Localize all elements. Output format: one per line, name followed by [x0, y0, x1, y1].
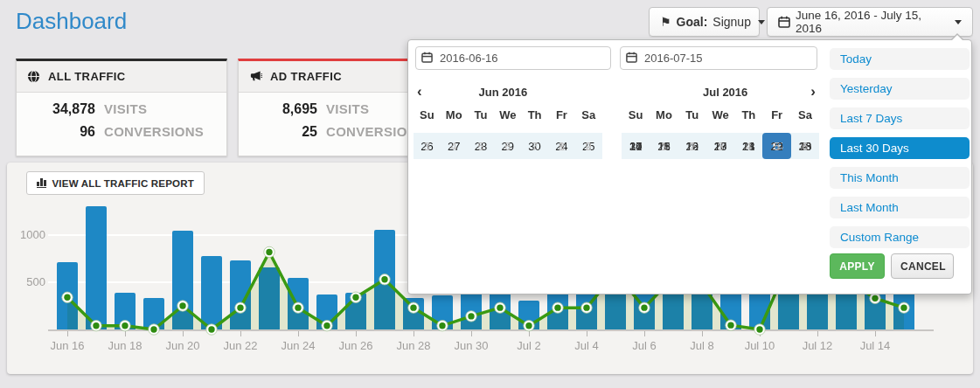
date-range-button[interactable]: June 16, 2016 - July 15, 2016: [767, 7, 973, 37]
chart-bar: [115, 293, 136, 329]
calendar-icon: [778, 16, 790, 28]
calendar-day[interactable]: 6: [494, 133, 521, 159]
range-option-today[interactable]: Today: [830, 48, 970, 70]
calendar-day[interactable]: 7: [521, 133, 548, 159]
cancel-button[interactable]: CANCEL: [891, 253, 954, 279]
range-option-last-30-days[interactable]: Last 30 Days: [830, 137, 970, 159]
calendar-day[interactable]: 3: [414, 133, 441, 159]
end-date-field: [620, 46, 817, 70]
goal-selector-button[interactable]: ⚑ Goal: Signup: [649, 7, 760, 37]
card-title: ALL TRAFFIC: [48, 70, 126, 83]
calendar-day[interactable]: 5: [762, 133, 790, 159]
view-all-traffic-report-button[interactable]: VIEW ALL TRAFFIC REPORT: [26, 171, 205, 195]
calendar-day[interactable]: 4: [734, 133, 762, 159]
chart-bar: [345, 293, 366, 329]
x-axis-tick: [356, 331, 357, 336]
range-option-yesterday[interactable]: Yesterday: [830, 78, 970, 100]
weekday-label: Fr: [548, 105, 575, 124]
calendar-day[interactable]: 5: [468, 133, 495, 159]
month-label: Jun 2016: [426, 86, 580, 99]
goal-label: Goal:: [677, 15, 708, 29]
x-axis-tick: [67, 331, 68, 336]
next-month-button[interactable]: ›: [807, 83, 819, 100]
x-axis-label: Jun 28: [386, 339, 441, 352]
weekday-label: Su: [414, 105, 441, 124]
calendar-day[interactable]: 1: [650, 133, 678, 159]
weekday-label: Tu: [678, 105, 706, 124]
calendar-day[interactable]: 4: [441, 133, 468, 159]
visits-label: VISITS: [104, 101, 147, 116]
view-report-label: VIEW ALL TRAFFIC REPORT: [52, 178, 194, 189]
calendar-icon: [626, 52, 637, 63]
chart-bar: [201, 256, 222, 329]
x-axis-label: Jul 6: [616, 339, 672, 352]
range-option-this-month[interactable]: This Month: [830, 167, 970, 189]
calendar-week-row: 31123456: [622, 133, 819, 159]
x-axis-tick: [298, 331, 299, 336]
visits-value: 8,695: [249, 101, 317, 117]
visits-value: 34,878: [27, 101, 95, 117]
start-date-input[interactable]: [415, 46, 611, 70]
weekday-label: Mo: [650, 105, 678, 124]
conversions-label: CONVERSIONS: [104, 124, 204, 139]
x-axis-label: Jun 24: [270, 339, 326, 352]
x-axis-label: Jun 30: [443, 339, 499, 352]
conversions-value: 96: [27, 124, 95, 140]
weekday-label: We: [494, 105, 521, 124]
range-option-last-month[interactable]: Last Month: [830, 197, 970, 218]
apply-button[interactable]: APPLY: [830, 253, 885, 279]
weekday-label: Su: [622, 105, 650, 124]
x-axis-label: Jul 4: [559, 339, 615, 352]
weekday-row: SuMoTuWeThFrSa: [414, 105, 602, 124]
calendar-day[interactable]: 3: [706, 133, 734, 159]
weekday-label: Th: [521, 105, 548, 124]
chart-bar: [374, 230, 395, 329]
chart-bar: [230, 260, 251, 329]
chart-bar: [316, 294, 337, 329]
range-option-last-7-days[interactable]: Last 7 Days: [830, 107, 970, 129]
chart-bar: [57, 262, 78, 329]
chart-bar: [432, 295, 453, 329]
caret-down-icon: [758, 20, 765, 24]
megaphone-icon: [249, 70, 262, 83]
x-axis-tick: [471, 331, 472, 336]
weekday-label: Th: [734, 105, 762, 124]
weekday-label: Sa: [575, 105, 602, 124]
conversions-value: 25: [249, 124, 317, 140]
weekday-label: Tu: [468, 105, 495, 124]
end-date-input[interactable]: [620, 46, 817, 70]
chart-bar: [172, 231, 193, 329]
x-axis-tick: [587, 331, 587, 336]
x-axis-tick: [702, 331, 703, 336]
left-calendar-header: ‹ Jun 2016: [414, 82, 602, 101]
prev-month-button[interactable]: ‹: [414, 83, 426, 100]
right-calendar-header: Jul 2016 ›: [622, 82, 819, 101]
weekday-label: Mo: [441, 105, 468, 124]
chart-bar: [518, 301, 539, 329]
weekday-row: SuMoTuWeThFrSa: [622, 105, 819, 124]
start-date-field: [415, 46, 611, 70]
calendar-day[interactable]: 8: [548, 133, 575, 159]
chart-bar: [86, 206, 107, 329]
y-axis-label: 500: [10, 275, 45, 288]
x-axis-label: Jul 2: [501, 339, 557, 352]
all-traffic-card: ALL TRAFFIC 34,878 VISITS 96 CONVERSIONS: [16, 59, 227, 156]
x-axis-tick: [125, 331, 126, 336]
calendar-day[interactable]: 6: [791, 133, 819, 159]
x-axis-line: [48, 329, 934, 331]
x-axis-label: Jun 22: [212, 339, 268, 352]
calendar-day[interactable]: 9: [575, 133, 602, 159]
goal-value: Signup: [712, 15, 751, 29]
calendar-day[interactable]: 31: [622, 133, 650, 159]
stat-row: 96 CONVERSIONS: [17, 124, 226, 140]
y-axis-label: 1000: [10, 228, 45, 241]
flag-icon: ⚑: [660, 16, 671, 28]
weekday-label: We: [706, 105, 734, 124]
chart-bar: [288, 278, 309, 329]
calendar-day[interactable]: 2: [678, 133, 706, 159]
range-option-custom-range[interactable]: Custom Range: [830, 226, 970, 248]
calendar-icon: [421, 52, 433, 63]
card-title: AD TRAFFIC: [270, 70, 342, 83]
chart-bar: [259, 267, 280, 329]
x-axis-label: Jun 16: [39, 339, 95, 352]
